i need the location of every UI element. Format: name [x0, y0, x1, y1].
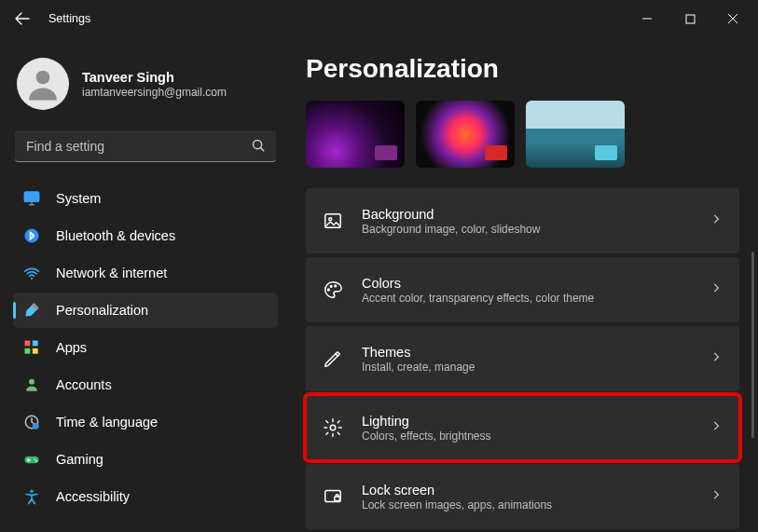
svg-rect-10 — [33, 348, 38, 354]
sidebar-item-label: Time & language — [56, 415, 158, 430]
search-input[interactable] — [15, 130, 276, 162]
sidebar-item-label: Accounts — [56, 377, 112, 392]
chevron-right-icon — [710, 488, 723, 505]
person-icon — [23, 64, 62, 103]
card-subtitle: Background image, color, slideshow — [362, 223, 691, 236]
settings-card-lock-screen[interactable]: Lock screen Lock screen images, apps, an… — [306, 464, 739, 529]
svg-rect-0 — [686, 15, 695, 23]
sidebar: Tanveer Singh iamtanveersingh@gmail.com … — [0, 37, 289, 532]
svg-point-5 — [25, 229, 39, 243]
sidebar-item-label: Apps — [56, 340, 87, 355]
gear-icon — [323, 417, 343, 438]
chevron-right-icon — [710, 419, 723, 436]
main-panel: Personalization Background Background im… — [289, 37, 758, 532]
close-icon — [727, 13, 738, 24]
sidebar-item-system[interactable]: System — [13, 181, 278, 216]
avatar — [17, 58, 69, 110]
svg-point-19 — [329, 218, 332, 221]
svg-point-20 — [328, 289, 330, 291]
card-subtitle: Install, create, manage — [362, 361, 691, 374]
svg-point-22 — [335, 285, 337, 287]
search-icon — [251, 138, 267, 157]
chevron-right-icon — [710, 281, 723, 298]
sidebar-item-label: Gaming — [56, 452, 103, 467]
person-icon — [22, 375, 41, 394]
scrollbar[interactable] — [751, 252, 754, 438]
svg-point-21 — [330, 285, 332, 287]
sidebar-item-label: Accessibility — [56, 489, 130, 504]
sidebar-item-gaming[interactable]: Gaming — [13, 442, 278, 477]
accent-chip — [595, 145, 617, 160]
wifi-icon — [22, 264, 41, 282]
card-title: Colors — [362, 276, 691, 291]
svg-rect-25 — [335, 497, 340, 501]
card-title: Lock screen — [362, 483, 691, 498]
minimize-button[interactable] — [626, 4, 668, 34]
svg-point-17 — [30, 490, 33, 493]
svg-point-23 — [330, 425, 336, 430]
profile-block[interactable]: Tanveer Singh iamtanveersingh@gmail.com — [13, 45, 278, 129]
bluetooth-icon — [22, 226, 41, 245]
profile-email: iamtanveersingh@gmail.com — [82, 86, 227, 99]
svg-point-1 — [36, 71, 50, 85]
svg-rect-3 — [25, 192, 39, 201]
svg-point-6 — [31, 278, 33, 280]
settings-card-lighting[interactable]: Lighting Colors, effects, brightness — [306, 395, 739, 460]
svg-rect-18 — [325, 214, 341, 228]
search-wrap — [15, 130, 276, 162]
sidebar-item-time-language[interactable]: Time & language — [13, 404, 278, 440]
svg-point-13 — [33, 423, 39, 430]
theme-thumbnail[interactable] — [416, 101, 515, 168]
back-button[interactable] — [7, 4, 37, 34]
apps-icon — [22, 338, 41, 357]
titlebar: Settings — [0, 0, 758, 37]
svg-point-11 — [29, 379, 34, 385]
theme-thumbnails — [306, 101, 739, 168]
close-button[interactable] — [711, 4, 754, 34]
minimize-icon — [641, 13, 653, 24]
sidebar-item-accessibility[interactable]: Accessibility — [13, 479, 278, 514]
theme-thumbnail[interactable] — [526, 101, 625, 168]
svg-rect-8 — [33, 341, 38, 347]
sidebar-item-label: Bluetooth & devices — [56, 228, 175, 243]
page-title: Personalization — [306, 54, 739, 84]
accessibility-icon — [22, 487, 41, 506]
chevron-right-icon — [710, 350, 723, 367]
accent-chip — [375, 145, 397, 160]
card-subtitle: Lock screen images, apps, animations — [362, 498, 691, 512]
clock-globe-icon — [22, 413, 41, 431]
sidebar-item-bluetooth-devices[interactable]: Bluetooth & devices — [13, 218, 278, 253]
settings-card-list: Background Background image, color, slid… — [306, 188, 739, 529]
sidebar-item-network-internet[interactable]: Network & internet — [13, 255, 278, 291]
pen-icon — [323, 348, 343, 369]
maximize-button[interactable] — [668, 4, 711, 34]
monitor-icon — [22, 189, 41, 208]
card-title: Themes — [362, 345, 691, 360]
sidebar-item-accounts[interactable]: Accounts — [13, 367, 278, 402]
maximize-icon — [685, 14, 696, 24]
window-title: Settings — [48, 12, 90, 25]
sidebar-item-personalization[interactable]: Personalization — [13, 293, 278, 328]
nav-list: System Bluetooth & devices Network & int… — [13, 181, 278, 514]
theme-thumbnail[interactable] — [306, 101, 405, 168]
gamepad-icon — [22, 450, 41, 469]
card-title: Lighting — [362, 414, 691, 429]
chevron-right-icon — [710, 212, 723, 229]
card-subtitle: Accent color, transparency effects, colo… — [362, 292, 691, 305]
palette-icon — [323, 280, 343, 300]
svg-point-16 — [35, 460, 37, 462]
picture-icon — [323, 211, 343, 231]
sidebar-item-apps[interactable]: Apps — [13, 330, 278, 365]
settings-card-colors[interactable]: Colors Accent color, transparency effect… — [306, 257, 739, 322]
sidebar-item-label: Network & internet — [56, 266, 167, 280]
accent-chip — [485, 145, 507, 160]
settings-card-background[interactable]: Background Background image, color, slid… — [306, 188, 739, 253]
lockscreen-icon — [323, 486, 343, 507]
card-title: Background — [362, 207, 691, 222]
profile-name: Tanveer Singh — [82, 70, 227, 85]
arrow-left-icon — [15, 11, 30, 26]
card-subtitle: Colors, effects, brightness — [362, 430, 691, 443]
sidebar-item-label: Personalization — [56, 303, 148, 318]
settings-card-themes[interactable]: Themes Install, create, manage — [306, 326, 739, 391]
svg-point-15 — [34, 458, 36, 460]
